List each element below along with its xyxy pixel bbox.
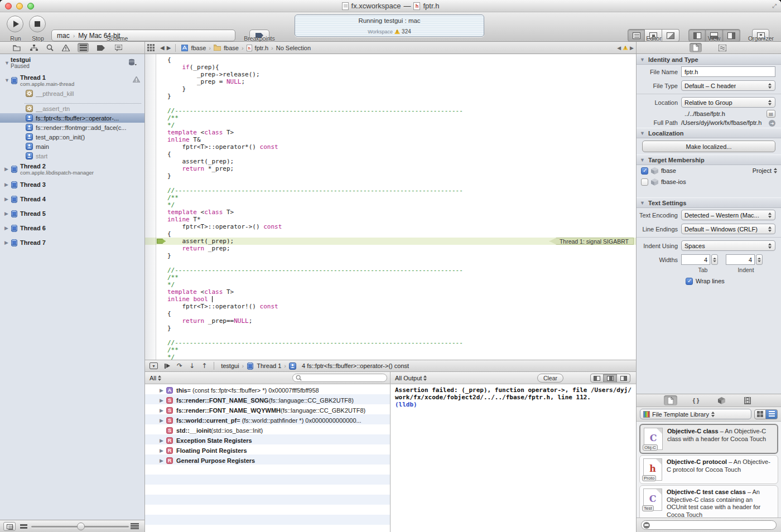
code-line[interactable]: //--------------------------------------…	[145, 339, 636, 346]
template-item[interactable]: hProtoObjective-C protocol – An Objectiv…	[639, 455, 778, 484]
source-editor[interactable]: { if(_prep){ _prep->release(); _prep = N…	[145, 54, 636, 360]
project-navigator-icon[interactable]	[11, 43, 22, 52]
variable-row[interactable]: ▶Sfs::render::FONT_NAME_SONG (fs::langua…	[145, 395, 390, 405]
variable-row[interactable]: Sstd::__ioinit (std::ios_base::Init)	[145, 425, 390, 436]
code-line[interactable]: return _prep;	[145, 245, 636, 252]
code-line[interactable]: inline T*	[145, 216, 636, 223]
text-settings-section-header[interactable]: ▼Text Settings	[637, 197, 781, 208]
code-line[interactable]: template <class T>	[145, 209, 636, 216]
list-view-button[interactable]	[766, 409, 778, 419]
code-line[interactable]	[145, 180, 636, 187]
debug-workflow-icon[interactable]	[128, 59, 137, 66]
variables-filter-popup[interactable]: All	[150, 375, 162, 381]
breakpoint-navigator-icon[interactable]	[95, 43, 107, 52]
variable-disclosure-icon[interactable]: ▶	[160, 438, 166, 443]
template-item[interactable]: CObj-CObjective-C class – An Objective-C…	[639, 424, 778, 454]
library-dropdown[interactable]: File Template Library	[640, 409, 751, 419]
thread-disclosure-icon[interactable]: ▼	[4, 78, 11, 83]
indent-width-stepper[interactable]	[756, 254, 763, 265]
code-line[interactable]: /**	[145, 346, 636, 354]
target-checkbox[interactable]	[641, 167, 648, 175]
thread-disclosure-icon[interactable]: ▶	[4, 182, 11, 187]
stack-frame-row[interactable]: test_app::on_init()	[0, 132, 144, 142]
localization-section-header[interactable]: ▼Localization	[637, 128, 781, 138]
code-line[interactable]: //--------------------------------------…	[145, 107, 636, 114]
related-items-icon[interactable]	[147, 44, 155, 51]
thread-disclosure-icon[interactable]: ▶	[4, 211, 11, 216]
code-line[interactable]: }	[145, 325, 636, 332]
thread-row[interactable]: ▼Thread 1com.apple.main-thread	[0, 72, 144, 89]
indent-width-field[interactable]: 4	[726, 254, 755, 265]
code-line[interactable]: {	[145, 310, 636, 317]
code-snippets-tab[interactable]: { }	[690, 395, 703, 405]
variable-disclosure-icon[interactable]: ▶	[160, 398, 166, 403]
jumpbar-crumb[interactable]: fptr.h	[255, 45, 268, 51]
symbol-navigator-icon[interactable]	[28, 43, 40, 52]
code-line[interactable]: inline T&	[145, 136, 636, 143]
forward-button[interactable]: ▶	[167, 45, 171, 51]
identity-section-header[interactable]: ▼Identity and Type	[637, 54, 781, 65]
variables-only-button[interactable]	[590, 374, 604, 383]
code-line[interactable]: fptr<T>::operator->() const	[145, 223, 636, 230]
code-line[interactable]: if(_prep){	[145, 64, 636, 71]
variables-search-field[interactable]	[292, 374, 387, 382]
next-issue-button[interactable]: ▶	[630, 45, 634, 51]
code-line[interactable]: */	[145, 201, 636, 209]
code-line[interactable]: */	[145, 122, 636, 129]
run-button[interactable]	[7, 16, 23, 32]
indent-using-dropdown[interactable]: Spaces	[681, 240, 775, 251]
tab-width-field[interactable]: 4	[681, 254, 710, 265]
code-line[interactable]: /**	[145, 114, 636, 122]
code-line[interactable]: assert(_prep);Thread 1: signal SIGABRT	[145, 238, 636, 245]
debug-crumb[interactable]: Thread 1	[257, 362, 281, 369]
step-into-button[interactable]: ↓	[189, 362, 195, 370]
target-row[interactable]: fbase-ios	[637, 176, 781, 187]
code-line[interactable]: }	[145, 172, 636, 180]
variables-view[interactable]: ▶Athis = (const fs::fptr<fs::fbuffer> *)…	[145, 384, 390, 532]
code-line[interactable]: /**	[145, 274, 636, 281]
media-tab[interactable]	[741, 395, 754, 405]
issue-navigator-icon[interactable]	[60, 43, 71, 52]
code-line[interactable]: }	[145, 252, 636, 259]
code-line[interactable]: //--------------------------------------…	[145, 267, 636, 274]
wrap-lines-checkbox[interactable]	[686, 278, 693, 285]
signal-annotation[interactable]: Thread 1: signal SIGABRT	[549, 238, 634, 245]
slider-thumb[interactable]	[77, 523, 85, 530]
stack-frame-row[interactable]: fs::fptr<fs::fbuffer>::operator-...	[0, 113, 144, 123]
log-navigator-icon[interactable]	[113, 43, 124, 52]
grid-view-button[interactable]	[754, 409, 766, 419]
thread-row[interactable]: ▶Thread 5	[0, 206, 144, 221]
code-view[interactable]: { if(_prep){ _prep->release(); _prep = N…	[145, 54, 636, 360]
make-localized-button[interactable]: Make localized...	[642, 141, 775, 152]
choose-location-button[interactable]: ▤	[766, 110, 775, 118]
code-line[interactable]: /**	[145, 194, 636, 201]
code-line[interactable]: _prep->release();	[145, 71, 636, 78]
previous-issue-button[interactable]: ◀	[617, 45, 621, 51]
target-badge-wrap[interactable]: Project	[753, 167, 781, 174]
variable-disclosure-icon[interactable]: ▶	[160, 458, 166, 463]
console-clear-button[interactable]: Clear	[537, 374, 563, 383]
warning-icon[interactable]	[394, 29, 400, 34]
code-line[interactable]: */	[145, 281, 636, 288]
code-line[interactable]: template <class T>	[145, 288, 636, 296]
warning-count[interactable]: 324	[402, 28, 411, 35]
debug-crumb[interactable]: 4 fs::fptr<fs::fbuffer>::operator->() co…	[302, 362, 409, 369]
variable-disclosure-icon[interactable]: ▶	[160, 418, 166, 423]
code-line[interactable]	[145, 332, 636, 339]
variable-row[interactable]: ▶RGeneral Purpose Registers	[145, 456, 390, 466]
split-view-button[interactable]	[604, 374, 617, 383]
code-line[interactable]: return _prep==NULL;	[145, 317, 636, 325]
debug-navigator-icon[interactable]	[78, 43, 89, 52]
thread-row[interactable]: ▶Thread 7	[0, 235, 144, 250]
console-filter-popup[interactable]: All Output	[395, 375, 427, 381]
variable-row[interactable]: ▶Athis = (const fs::fptr<fs::fbuffer> *)…	[145, 385, 390, 395]
code-line[interactable]: fptr<T>::operator*() const	[145, 143, 636, 151]
text-encoding-dropdown[interactable]: Detected – Western (Mac...	[681, 210, 775, 220]
code-line[interactable]: */	[145, 354, 636, 360]
step-out-button[interactable]: ↑	[201, 362, 207, 370]
hide-debug-area-button[interactable]: ▾	[150, 362, 158, 369]
code-line[interactable]	[145, 259, 636, 267]
code-line[interactable]: //--------------------------------------…	[145, 187, 636, 194]
code-line[interactable]: }	[145, 93, 636, 100]
back-button[interactable]: ◀	[160, 45, 165, 51]
